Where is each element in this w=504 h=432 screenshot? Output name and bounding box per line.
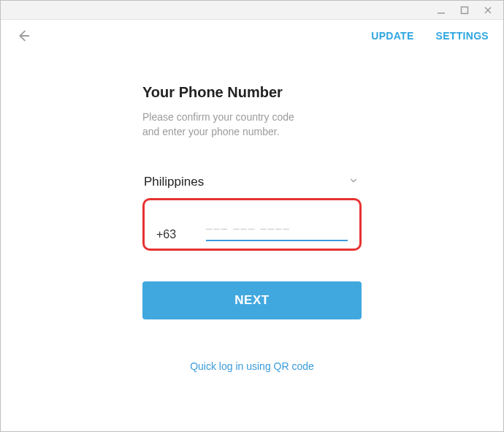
next-button[interactable]: NEXT [142,281,362,319]
country-label: Philippines [144,175,204,189]
input-underline [206,240,348,241]
close-icon[interactable] [483,5,493,15]
country-code-field[interactable]: +63 [156,228,188,241]
svg-rect-1 [462,7,468,13]
chevron-down-icon [348,175,359,189]
update-link[interactable]: UPDATE [371,30,413,42]
maximize-icon[interactable] [459,5,470,15]
phone-number-field[interactable]: ––– ––– –––– [206,221,348,241]
page-title: Your Phone Number [142,84,362,101]
settings-link[interactable]: SETTINGS [436,30,489,42]
back-button[interactable] [15,28,31,44]
phone-placeholder: ––– ––– –––– [206,221,291,234]
minimize-icon[interactable] [436,5,446,15]
app-window: UPDATE SETTINGS Your Phone Number Please… [0,0,504,432]
country-selector[interactable]: Philippines [142,173,362,191]
header-links: UPDATE SETTINGS [371,30,489,42]
phone-input-group: +63 ––– ––– –––– [142,198,362,251]
page-subtitle: Please confirm your country code and ent… [142,110,362,140]
subtitle-line: and enter your phone number. [142,126,280,137]
window-titlebar [1,1,503,20]
subtitle-line: Please confirm your country code [142,111,294,123]
app-header: UPDATE SETTINGS [1,20,503,52]
login-form: Your Phone Number Please confirm your co… [142,84,362,372]
qr-login-link[interactable]: Quick log in using QR code [142,360,362,372]
